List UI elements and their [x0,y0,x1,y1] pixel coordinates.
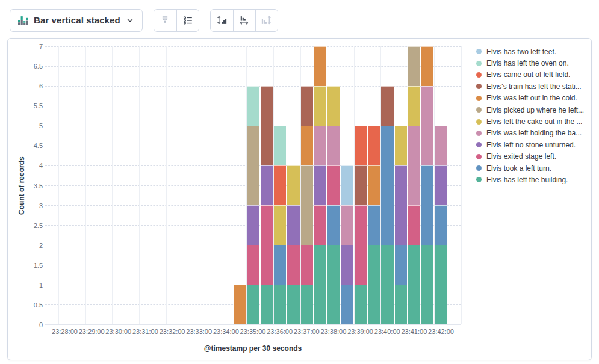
right-axis-button[interactable] [255,10,278,31]
legend-item[interactable]: Elvis has left the oven on. [476,57,592,69]
bar-segment[interactable] [247,285,259,324]
y-tick-label: 3 [39,202,43,209]
bar-segment[interactable] [301,245,313,285]
bar-segment[interactable] [341,205,353,245]
bar-segment[interactable] [274,245,286,285]
y-axis-tick-labels: 00.511.522.533.544.555.566.57 [28,46,43,325]
bar-segment[interactable] [421,245,433,324]
v-gridline [139,46,140,324]
bar-segment[interactable] [408,46,420,86]
bar-segment[interactable] [368,245,380,324]
bar-segment[interactable] [355,285,367,324]
x-tick-label: 23:37:00 [294,328,320,335]
chart-type-dropdown[interactable]: Bar vertical stacked [10,9,143,32]
bar-segment[interactable] [381,126,393,245]
bar-segment[interactable] [301,86,313,126]
bar-segment[interactable] [368,126,380,165]
bar-segment[interactable] [314,245,326,324]
bar-segment[interactable] [327,205,340,245]
bar-segment[interactable] [247,205,259,245]
bar-segment[interactable] [421,86,433,165]
bar-segment[interactable] [261,165,273,205]
bar-segment[interactable] [368,165,380,205]
bar-segment[interactable] [435,126,447,165]
bar-segment[interactable] [435,245,447,324]
bar-segment[interactable] [381,245,393,324]
legend-item[interactable]: Elvis's train has left the stati... [476,81,592,92]
plot-area [45,46,461,325]
x-tick-label: 23:34:00 [213,328,239,335]
bar-segment[interactable] [247,245,259,285]
legend-swatch-icon [476,107,482,113]
v-gridline [193,46,193,324]
bar-segment[interactable] [274,285,286,324]
bar-segment[interactable] [421,165,433,245]
legend-item[interactable]: Elvis has two left feet. [476,46,592,57]
legend-item[interactable]: Elvis was left out in the cold. [476,93,592,104]
bar-segment[interactable] [314,165,326,205]
bar-segment[interactable] [274,205,286,245]
bar-segment[interactable] [247,86,259,126]
bar-segment[interactable] [341,245,353,285]
bar-segment[interactable] [261,285,273,324]
bar-segment[interactable] [341,285,353,324]
bar-segment[interactable] [341,165,353,205]
bar-segment[interactable] [327,126,340,165]
bar-segment[interactable] [287,205,299,245]
bar-segment[interactable] [355,165,367,205]
bar-segment[interactable] [274,126,286,165]
bar-segment[interactable] [301,126,313,165]
bar-segment[interactable] [327,86,340,126]
bar-segment[interactable] [395,165,407,245]
bar-segment[interactable] [355,126,367,165]
x-axis-tick-labels: 23:28:0023:29:0023:30:0023:31:0023:32:00… [45,328,461,336]
x-tick-label: 23:36:00 [267,328,293,335]
bar-segment[interactable] [287,245,299,285]
bar-segment[interactable] [408,126,420,205]
legend-label: Elvis was left holding the ba... [486,129,582,137]
legend-item[interactable]: Elvis left no stone unturned. [476,139,592,150]
bar-segment[interactable] [301,165,313,245]
bar-segment[interactable] [314,205,326,245]
legend-item[interactable]: Elvis picked up where he left... [476,104,592,116]
bar-segment[interactable] [421,46,433,86]
bar-segment[interactable] [314,126,326,165]
bar-segment[interactable] [314,86,326,126]
bar-segment[interactable] [261,86,273,165]
legend-label: Elvis left no stone unturned. [486,141,576,149]
visual-options-button[interactable] [154,10,176,31]
legend-item[interactable]: Elvis has left the building. [476,174,592,185]
brush-icon [160,16,170,25]
bar-segment[interactable] [314,46,326,86]
bar-segment[interactable] [287,165,299,205]
bar-segment[interactable] [247,126,259,205]
bar-segment[interactable] [381,86,393,126]
bar-segment[interactable] [435,205,447,245]
bar-segment[interactable] [395,285,407,324]
legend-item[interactable]: Elvis left the cake out in the ... [476,116,592,127]
bar-segment[interactable] [435,165,447,205]
bar-segment[interactable] [327,165,340,205]
bar-segment[interactable] [395,126,407,165]
bar-segment[interactable] [274,165,286,205]
legend-item[interactable]: Elvis was left holding the ba... [476,128,592,139]
axes-group [210,9,278,32]
bar-segment[interactable] [234,285,246,324]
bar-segment[interactable] [408,245,420,324]
legend-item[interactable]: Elvis came out of left field. [476,69,592,81]
legend-item[interactable]: Elvis exited stage left. [476,151,592,162]
bottom-axis-button[interactable] [233,10,255,31]
bar-segment[interactable] [301,285,313,324]
bar-segment[interactable] [368,205,380,245]
bar-segment[interactable] [355,205,367,285]
bar-segment[interactable] [408,86,420,126]
x-tick-label: 23:41:00 [401,328,427,335]
bar-segment[interactable] [287,285,299,324]
left-axis-button[interactable] [211,10,233,31]
bar-segment[interactable] [408,205,420,245]
bar-segment[interactable] [261,205,273,285]
bar-segment[interactable] [327,245,340,324]
legend-button[interactable] [176,10,199,31]
legend-item[interactable]: Elvis took a left turn. [476,162,592,174]
bar-segment[interactable] [395,245,407,285]
